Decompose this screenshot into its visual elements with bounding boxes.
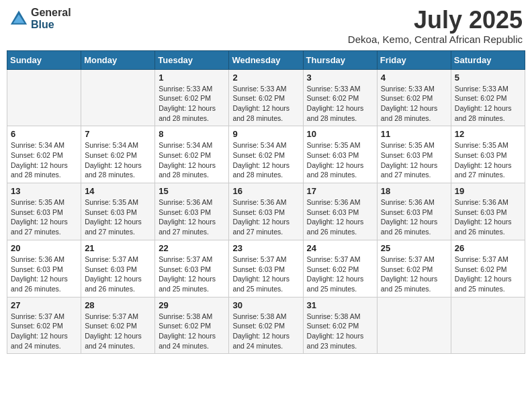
day-info: Sunrise: 5:37 AMSunset: 6:02 PMDaylight:… xyxy=(11,312,77,351)
day-number: 6 xyxy=(11,129,77,139)
calendar-cell: 12Sunrise: 5:35 AMSunset: 6:03 PMDayligh… xyxy=(451,126,525,183)
day-info: Sunrise: 5:38 AMSunset: 6:02 PMDaylight:… xyxy=(307,312,373,351)
day-number: 2 xyxy=(232,73,299,83)
calendar-week-row: 13Sunrise: 5:35 AMSunset: 6:03 PMDayligh… xyxy=(7,183,525,240)
calendar-cell: 20Sunrise: 5:36 AMSunset: 6:03 PMDayligh… xyxy=(7,240,81,297)
day-number: 7 xyxy=(85,129,151,139)
day-number: 17 xyxy=(307,186,373,196)
day-number: 27 xyxy=(11,300,77,310)
day-info: Sunrise: 5:36 AMSunset: 6:03 PMDaylight:… xyxy=(307,197,373,237)
day-info: Sunrise: 5:38 AMSunset: 6:02 PMDaylight:… xyxy=(232,312,299,351)
calendar-cell: 18Sunrise: 5:36 AMSunset: 6:03 PMDayligh… xyxy=(377,183,451,240)
day-number: 20 xyxy=(11,243,77,253)
calendar-cell xyxy=(7,69,81,126)
day-number: 15 xyxy=(159,186,225,196)
day-info: Sunrise: 5:34 AMSunset: 6:02 PMDaylight:… xyxy=(159,140,225,180)
day-info: Sunrise: 5:37 AMSunset: 6:02 PMDaylight:… xyxy=(455,255,521,294)
calendar-cell: 26Sunrise: 5:37 AMSunset: 6:02 PMDayligh… xyxy=(451,240,525,297)
day-info: Sunrise: 5:38 AMSunset: 6:02 PMDaylight:… xyxy=(159,312,225,351)
calendar-cell: 29Sunrise: 5:38 AMSunset: 6:02 PMDayligh… xyxy=(155,297,229,354)
day-number: 26 xyxy=(455,243,521,253)
day-number: 18 xyxy=(381,186,447,196)
calendar-cell: 8Sunrise: 5:34 AMSunset: 6:02 PMDaylight… xyxy=(155,126,229,183)
day-number: 12 xyxy=(455,129,521,139)
calendar-cell: 23Sunrise: 5:37 AMSunset: 6:03 PMDayligh… xyxy=(229,240,303,297)
calendar-cell: 27Sunrise: 5:37 AMSunset: 6:02 PMDayligh… xyxy=(7,297,81,354)
day-number: 13 xyxy=(11,186,77,196)
day-number: 28 xyxy=(85,300,151,310)
calendar-cell: 30Sunrise: 5:38 AMSunset: 6:02 PMDayligh… xyxy=(229,297,303,354)
calendar-cell: 6Sunrise: 5:34 AMSunset: 6:02 PMDaylight… xyxy=(7,126,81,183)
calendar-cell: 28Sunrise: 5:37 AMSunset: 6:02 PMDayligh… xyxy=(81,297,155,354)
calendar-table: SundayMondayTuesdayWednesdayThursdayFrid… xyxy=(7,50,525,355)
day-info: Sunrise: 5:37 AMSunset: 6:02 PMDaylight:… xyxy=(307,255,373,294)
logo-icon xyxy=(9,9,28,28)
calendar-cell: 31Sunrise: 5:38 AMSunset: 6:02 PMDayligh… xyxy=(303,297,377,354)
calendar-cell: 21Sunrise: 5:37 AMSunset: 6:03 PMDayligh… xyxy=(81,240,155,297)
weekday-header: Friday xyxy=(377,50,451,69)
day-number: 19 xyxy=(455,186,521,196)
weekday-header: Tuesday xyxy=(155,50,229,69)
weekday-header: Thursday xyxy=(303,50,377,69)
day-number: 4 xyxy=(381,73,447,83)
day-number: 21 xyxy=(85,243,151,253)
day-info: Sunrise: 5:33 AMSunset: 6:02 PMDaylight:… xyxy=(455,84,521,124)
day-info: Sunrise: 5:34 AMSunset: 6:02 PMDaylight:… xyxy=(11,140,77,180)
calendar-cell: 11Sunrise: 5:35 AMSunset: 6:03 PMDayligh… xyxy=(377,126,451,183)
calendar-cell: 15Sunrise: 5:36 AMSunset: 6:03 PMDayligh… xyxy=(155,183,229,240)
day-number: 5 xyxy=(455,73,521,83)
day-info: Sunrise: 5:37 AMSunset: 6:03 PMDaylight:… xyxy=(232,255,299,294)
calendar-cell xyxy=(451,297,525,354)
day-number: 30 xyxy=(232,300,299,310)
weekday-header: Saturday xyxy=(451,50,525,69)
day-number: 29 xyxy=(159,300,225,310)
day-info: Sunrise: 5:36 AMSunset: 6:03 PMDaylight:… xyxy=(232,197,299,237)
calendar-cell: 4Sunrise: 5:33 AMSunset: 6:02 PMDaylight… xyxy=(377,69,451,126)
day-info: Sunrise: 5:36 AMSunset: 6:03 PMDaylight:… xyxy=(455,197,521,237)
calendar-cell: 5Sunrise: 5:33 AMSunset: 6:02 PMDaylight… xyxy=(451,69,525,126)
weekday-header: Sunday xyxy=(7,50,81,69)
calendar-cell: 2Sunrise: 5:33 AMSunset: 6:02 PMDaylight… xyxy=(229,69,303,126)
calendar-cell: 17Sunrise: 5:36 AMSunset: 6:03 PMDayligh… xyxy=(303,183,377,240)
calendar-cell: 25Sunrise: 5:37 AMSunset: 6:02 PMDayligh… xyxy=(377,240,451,297)
calendar-cell: 13Sunrise: 5:35 AMSunset: 6:03 PMDayligh… xyxy=(7,183,81,240)
day-info: Sunrise: 5:35 AMSunset: 6:03 PMDaylight:… xyxy=(455,140,521,180)
month-title: July 2025 xyxy=(348,7,523,34)
day-info: Sunrise: 5:35 AMSunset: 6:03 PMDaylight:… xyxy=(381,140,447,180)
day-number: 25 xyxy=(381,243,447,253)
calendar-cell: 10Sunrise: 5:35 AMSunset: 6:03 PMDayligh… xyxy=(303,126,377,183)
day-number: 22 xyxy=(159,243,225,253)
calendar-cell: 19Sunrise: 5:36 AMSunset: 6:03 PMDayligh… xyxy=(451,183,525,240)
day-number: 24 xyxy=(307,243,373,253)
logo-text: General Blue xyxy=(31,7,71,30)
day-info: Sunrise: 5:35 AMSunset: 6:03 PMDaylight:… xyxy=(11,197,77,237)
calendar-cell: 22Sunrise: 5:37 AMSunset: 6:03 PMDayligh… xyxy=(155,240,229,297)
day-info: Sunrise: 5:37 AMSunset: 6:03 PMDaylight:… xyxy=(85,255,151,294)
day-info: Sunrise: 5:34 AMSunset: 6:02 PMDaylight:… xyxy=(85,140,151,180)
calendar-cell xyxy=(81,69,155,126)
day-info: Sunrise: 5:35 AMSunset: 6:03 PMDaylight:… xyxy=(307,140,373,180)
day-info: Sunrise: 5:36 AMSunset: 6:03 PMDaylight:… xyxy=(381,197,447,237)
day-number: 16 xyxy=(232,186,299,196)
calendar-week-row: 27Sunrise: 5:37 AMSunset: 6:02 PMDayligh… xyxy=(7,297,525,354)
day-number: 8 xyxy=(159,129,225,139)
day-number: 23 xyxy=(232,243,299,253)
calendar-week-row: 20Sunrise: 5:36 AMSunset: 6:03 PMDayligh… xyxy=(7,240,525,297)
day-info: Sunrise: 5:37 AMSunset: 6:02 PMDaylight:… xyxy=(85,312,151,351)
day-number: 14 xyxy=(85,186,151,196)
logo-general: General xyxy=(31,7,71,19)
day-number: 1 xyxy=(159,73,225,83)
calendar-cell: 7Sunrise: 5:34 AMSunset: 6:02 PMDaylight… xyxy=(81,126,155,183)
day-info: Sunrise: 5:33 AMSunset: 6:02 PMDaylight:… xyxy=(381,84,447,124)
calendar-cell: 3Sunrise: 5:33 AMSunset: 6:02 PMDaylight… xyxy=(303,69,377,126)
calendar-cell: 16Sunrise: 5:36 AMSunset: 6:03 PMDayligh… xyxy=(229,183,303,240)
calendar-week-row: 6Sunrise: 5:34 AMSunset: 6:02 PMDaylight… xyxy=(7,126,525,183)
day-info: Sunrise: 5:37 AMSunset: 6:02 PMDaylight:… xyxy=(381,255,447,294)
location-subtitle: Dekoa, Kemo, Central African Republic xyxy=(348,34,523,45)
weekday-header: Monday xyxy=(81,50,155,69)
day-number: 9 xyxy=(232,129,299,139)
logo: General Blue xyxy=(9,7,71,30)
calendar-cell xyxy=(377,297,451,354)
day-number: 31 xyxy=(307,300,373,310)
day-info: Sunrise: 5:36 AMSunset: 6:03 PMDaylight:… xyxy=(159,197,225,237)
